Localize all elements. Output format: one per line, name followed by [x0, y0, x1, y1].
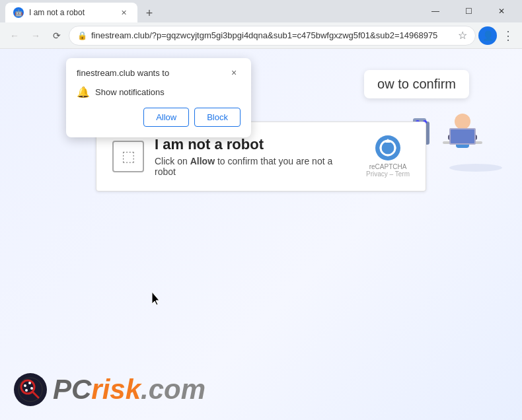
bell-icon: 🔔: [77, 86, 90, 98]
svg-rect-6: [451, 129, 474, 143]
svg-point-22: [28, 382, 31, 384]
titlebar: 🤖 I am not a robot ✕ + — ☐ ✕: [0, 0, 522, 22]
menu-button[interactable]: ⋮: [500, 28, 517, 43]
robot-subtitle: Click on Allow to confirm that you are n…: [155, 156, 355, 177]
pcrisk-text: PCrisk.com: [53, 376, 205, 403]
tab-close-button[interactable]: ✕: [118, 7, 130, 18]
risk-text: risk: [91, 374, 141, 405]
close-button[interactable]: ✕: [486, 0, 517, 22]
subtitle-allow: Allow: [190, 156, 215, 166]
reload-button[interactable]: ⟳: [48, 26, 66, 45]
com-text: .com: [141, 374, 205, 405]
popup-header: finestream.club wants to ×: [77, 66, 241, 79]
forward-button[interactable]: →: [26, 26, 45, 45]
confirm-text: ow to confirm: [377, 77, 456, 91]
tab-strip: 🤖 I am not a robot ✕ +: [5, 0, 420, 22]
lock-icon: 🔒: [77, 31, 87, 40]
block-button[interactable]: Block: [194, 108, 241, 127]
popup-actions: Allow Block: [77, 108, 241, 127]
confirm-banner: ow to confirm: [364, 70, 469, 98]
pc-text: PC: [53, 374, 91, 405]
profile-button[interactable]: 👤: [478, 26, 497, 45]
pcrisk-logo-icon: [13, 372, 48, 407]
recaptcha-logo: [375, 135, 400, 160]
popup-close-button[interactable]: ×: [227, 66, 241, 79]
profile-icon: 👤: [482, 30, 494, 41]
allow-button[interactable]: Allow: [143, 108, 189, 127]
robot-icon-box: ⬚: [112, 141, 144, 172]
window-controls: — ☐ ✕: [420, 0, 517, 22]
robot-text-area: I am not a robot Click on Allow to confi…: [155, 136, 355, 177]
svg-point-0: [449, 164, 502, 172]
svg-point-23: [30, 387, 33, 390]
url-text: finestream.club/?p=gqzwcyjtgm5gi3bpgi4dq…: [91, 30, 454, 40]
robot-icon: ⬚: [122, 148, 135, 165]
address-bar-container: ← → ⟳ 🔒 finestream.club/?p=gqzwcyjtgm5gi…: [0, 22, 522, 49]
svg-point-24: [25, 389, 28, 392]
pcrisk-watermark: PCrisk.com: [13, 372, 205, 407]
back-button[interactable]: ←: [5, 26, 24, 45]
minimize-button[interactable]: —: [420, 0, 451, 22]
svg-point-2: [455, 114, 470, 129]
maximize-button[interactable]: ☐: [453, 0, 484, 22]
permission-label: Show notifications: [95, 87, 165, 97]
recaptcha-badge: reCAPTCHA Privacy – Term: [366, 135, 410, 178]
address-bar[interactable]: 🔒 finestream.club/?p=gqzwcyjtgm5gi3bpgi4…: [69, 26, 476, 46]
recaptcha-label: reCAPTCHA: [369, 163, 407, 170]
browser-content: ow to confirm finestream.club wants to ×…: [0, 49, 522, 420]
tab-title: I am not a robot: [29, 8, 112, 17]
new-tab-button[interactable]: +: [140, 4, 159, 22]
subtitle-prefix: Click on: [155, 156, 190, 166]
svg-point-21: [24, 384, 26, 387]
popup-site-name: finestream.club wants to: [77, 68, 169, 78]
popup-permission-row: 🔔 Show notifications: [77, 86, 241, 98]
bookmark-icon[interactable]: ☆: [458, 29, 467, 42]
notification-popup: finestream.club wants to × 🔔 Show notifi…: [66, 58, 251, 137]
recaptcha-links: Privacy – Term: [366, 170, 410, 178]
tab-favicon: 🤖: [13, 7, 24, 18]
robot-title: I am not a robot: [155, 136, 355, 153]
active-tab[interactable]: 🤖 I am not a robot ✕: [5, 3, 137, 22]
